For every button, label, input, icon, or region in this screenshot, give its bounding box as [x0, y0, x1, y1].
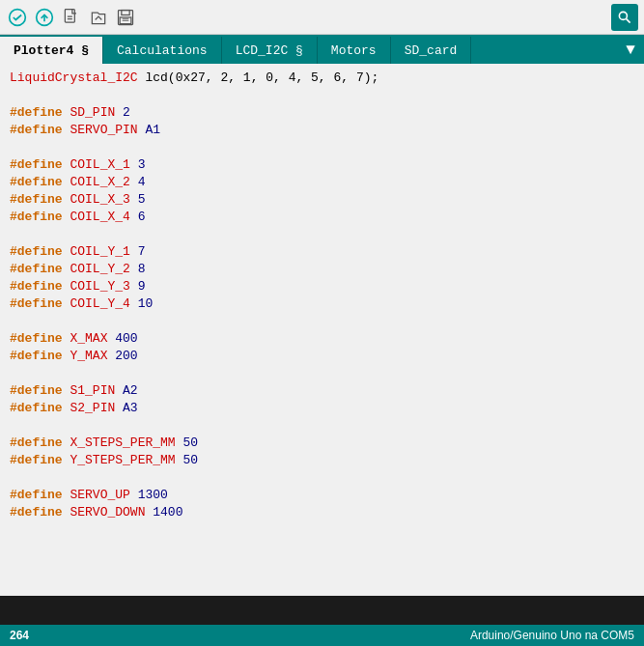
new-file-button[interactable] — [60, 6, 83, 29]
bottom-panel — [0, 596, 644, 625]
line-number: 264 — [10, 629, 29, 642]
open-button[interactable] — [87, 6, 110, 29]
board-info: Arduino/Genuino Uno na COM5 — [470, 629, 634, 642]
svg-rect-3 — [65, 9, 74, 21]
code-editor: LiquidCrystal_I2C lcd(0x27, 2, 1, 0, 4, … — [0, 64, 644, 527]
toolbar — [0, 0, 644, 35]
tab-motors[interactable]: Motors — [318, 37, 391, 64]
upload-button[interactable] — [33, 6, 56, 29]
svg-line-10 — [627, 18, 630, 22]
search-button[interactable] — [611, 4, 638, 31]
tab-sd-card[interactable]: SD_card — [391, 37, 472, 64]
tab-calculations[interactable]: Calculations — [103, 37, 222, 64]
save-button[interactable] — [114, 6, 137, 29]
status-bar: 264 Arduino/Genuino Uno na COM5 — [0, 625, 644, 646]
tabs-bar: Plotter4 § Calculations LCD_I2C § Motors… — [0, 35, 644, 64]
svg-point-9 — [619, 12, 627, 19]
verify-button[interactable] — [6, 6, 29, 29]
tab-dropdown-button[interactable]: ▼ — [617, 37, 644, 64]
svg-rect-7 — [122, 10, 129, 14]
tab-plotter4[interactable]: Plotter4 § — [0, 37, 103, 64]
tab-lcd-i2c[interactable]: LCD_I2C § — [222, 37, 318, 64]
code-container[interactable]: LiquidCrystal_I2C lcd(0x27, 2, 1, 0, 4, … — [0, 64, 644, 596]
